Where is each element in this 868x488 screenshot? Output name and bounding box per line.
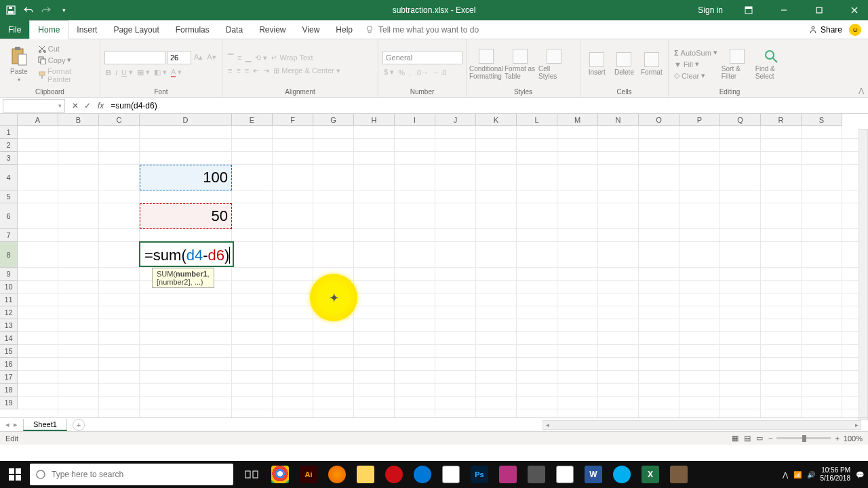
- align-bottom-icon[interactable]: ▁: [244, 53, 252, 63]
- page-layout-view-icon[interactable]: ▤: [744, 434, 751, 443]
- ribbon-display-icon[interactable]: [735, 0, 762, 20]
- row-head-10[interactable]: 10: [0, 281, 18, 293]
- col-head-e[interactable]: E: [232, 114, 273, 126]
- enter-formula-icon[interactable]: ✓: [84, 101, 91, 110]
- copy-button[interactable]: Copy ▾: [37, 55, 96, 65]
- row-head-14[interactable]: 14: [0, 332, 18, 345]
- formula-input[interactable]: =sum(d4-d6): [108, 101, 868, 110]
- cell-d4[interactable]: 100: [140, 165, 232, 190]
- accounting-format-icon[interactable]: $ ▾: [382, 67, 395, 77]
- format-cells-button[interactable]: Format: [639, 41, 664, 87]
- col-head-q[interactable]: Q: [720, 114, 761, 126]
- fill-button[interactable]: ▼ Fill ▾: [673, 59, 719, 69]
- increase-font-icon[interactable]: A▴: [193, 52, 204, 62]
- cell-styles-button[interactable]: Cell Styles: [538, 41, 570, 87]
- tray-notifications-icon[interactable]: 💬: [856, 471, 864, 479]
- tray-network-icon[interactable]: 📶: [793, 471, 802, 479]
- taskbar-store-icon[interactable]: [438, 461, 464, 488]
- italic-button[interactable]: I: [114, 68, 119, 77]
- row-head-15[interactable]: 15: [0, 345, 18, 358]
- align-left-icon[interactable]: ≡: [226, 66, 233, 75]
- page-break-view-icon[interactable]: ▭: [756, 434, 763, 443]
- tab-insert[interactable]: Insert: [68, 20, 105, 39]
- col-head-s[interactable]: S: [802, 114, 842, 126]
- minimize-button[interactable]: [770, 0, 797, 20]
- tray-clock[interactable]: 10:56 PM 5/16/2018: [821, 466, 851, 483]
- row-head-17[interactable]: 17: [0, 371, 18, 384]
- tab-home[interactable]: Home: [29, 20, 68, 39]
- col-head-n[interactable]: N: [598, 114, 639, 126]
- sheet-tab-sheet1[interactable]: Sheet1: [23, 419, 67, 431]
- col-head-h[interactable]: H: [354, 114, 395, 126]
- col-head-a[interactable]: A: [18, 114, 58, 126]
- col-head-m[interactable]: M: [557, 114, 598, 126]
- font-size-input[interactable]: [167, 51, 191, 64]
- tab-page-layout[interactable]: Page Layout: [105, 20, 167, 39]
- spreadsheet-grid[interactable]: ABCDEFGHIJKLMNOPQRS 12345678910111213141…: [0, 114, 868, 418]
- delete-cells-button[interactable]: Delete: [612, 41, 636, 87]
- row-head-11[interactable]: 11: [0, 293, 18, 306]
- col-head-b[interactable]: B: [58, 114, 99, 126]
- fill-color-button[interactable]: ◧ ▾: [153, 67, 168, 77]
- autosum-button[interactable]: Σ AutoSum ▾: [673, 47, 719, 58]
- taskbar-edge-icon[interactable]: [410, 461, 435, 488]
- col-head-f[interactable]: F: [273, 114, 313, 126]
- col-head-d[interactable]: D: [140, 114, 232, 126]
- collapse-ribbon-icon[interactable]: ⋀: [859, 87, 864, 94]
- cut-button[interactable]: Cut: [37, 44, 96, 54]
- vertical-scrollbar[interactable]: [859, 129, 868, 420]
- align-middle-icon[interactable]: ≡: [236, 53, 243, 62]
- taskbar-illustrator-icon[interactable]: Ai: [296, 461, 321, 488]
- redo-icon[interactable]: [41, 5, 52, 16]
- taskbar-excel-icon[interactable]: X: [637, 461, 663, 488]
- zoom-slider[interactable]: −+ 100%: [768, 434, 863, 443]
- orientation-icon[interactable]: ⟲ ▾: [254, 53, 269, 63]
- col-head-i[interactable]: I: [395, 114, 435, 126]
- feedback-icon[interactable]: ☺: [849, 24, 861, 36]
- taskbar-notepad-icon[interactable]: [552, 461, 578, 488]
- row-head-9[interactable]: 9: [0, 268, 18, 281]
- row-head-5[interactable]: 5: [0, 190, 18, 203]
- tell-me-search[interactable]: [365, 20, 514, 39]
- col-head-j[interactable]: J: [435, 114, 476, 126]
- taskbar-opera-icon[interactable]: [381, 461, 407, 488]
- align-top-icon[interactable]: ▔: [226, 53, 235, 63]
- share-button[interactable]: Share: [808, 25, 842, 35]
- wrap-text-button[interactable]: ↵ Wrap Text: [270, 53, 314, 63]
- tab-view[interactable]: View: [294, 20, 328, 39]
- taskbar-search[interactable]: [30, 464, 233, 485]
- row-head-4[interactable]: 4: [0, 165, 18, 190]
- row-head-3[interactable]: 3: [0, 152, 18, 165]
- taskbar-firefox-icon[interactable]: [324, 461, 350, 488]
- sheet-nav-next-icon[interactable]: ▸: [14, 420, 18, 429]
- row-head-16[interactable]: 16: [0, 358, 18, 371]
- cancel-formula-icon[interactable]: ✕: [72, 101, 79, 110]
- undo-icon[interactable]: [23, 5, 34, 16]
- comma-format-icon[interactable]: ,: [408, 68, 412, 77]
- tray-chevron-icon[interactable]: ⋀: [783, 471, 788, 479]
- col-head-g[interactable]: G: [313, 114, 354, 126]
- increase-indent-icon[interactable]: ⇥: [262, 66, 271, 76]
- signin-link[interactable]: Sign in: [698, 5, 727, 15]
- align-center-icon[interactable]: ≡: [235, 66, 241, 75]
- tab-file[interactable]: File: [0, 20, 29, 39]
- row-head-18[interactable]: 18: [0, 384, 18, 396]
- insert-cells-button[interactable]: Insert: [585, 41, 609, 87]
- row-head-12[interactable]: 12: [0, 306, 18, 319]
- conditional-formatting-button[interactable]: Conditional Formatting: [471, 41, 502, 87]
- row-head-2[interactable]: 2: [0, 139, 18, 152]
- taskbar-app-icon-1[interactable]: [495, 461, 521, 488]
- tab-data[interactable]: Data: [218, 20, 251, 39]
- taskbar-word-icon[interactable]: W: [580, 461, 606, 488]
- task-view-icon[interactable]: [239, 461, 264, 488]
- fx-icon[interactable]: fx: [98, 101, 108, 110]
- col-head-p[interactable]: P: [679, 114, 720, 126]
- col-head-o[interactable]: O: [639, 114, 679, 126]
- align-right-icon[interactable]: ≡: [243, 66, 250, 75]
- taskbar-skype-icon[interactable]: [609, 461, 635, 488]
- taskbar-file-explorer-icon[interactable]: [353, 461, 378, 488]
- clear-button[interactable]: ◇ Clear ▾: [673, 70, 719, 81]
- row-head-1[interactable]: 1: [0, 126, 18, 139]
- tab-help[interactable]: Help: [328, 20, 361, 39]
- sort-filter-button[interactable]: Sort & Filter: [722, 41, 753, 87]
